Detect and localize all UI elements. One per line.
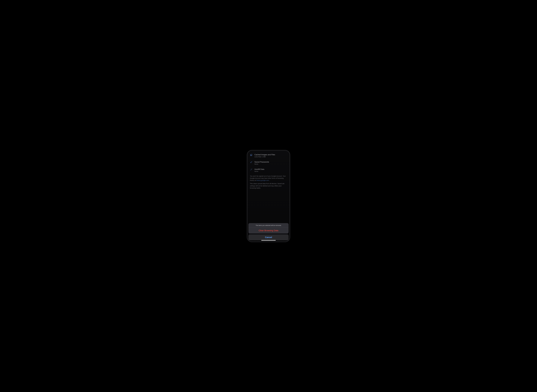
phone-screen: Cached Images and Files Less than 1 MB S… — [247, 151, 290, 241]
cancel-button[interactable]: Cancel — [248, 234, 289, 240]
clear-browsing-data-button[interactable]: Clear Browsing Data — [248, 228, 289, 233]
action-sheet: The items you selected will be removed. … — [247, 151, 290, 241]
action-sheet-group: The items you selected will be removed. … — [248, 223, 289, 233]
home-indicator[interactable] — [261, 240, 276, 241]
action-sheet-cancel-group: Cancel — [248, 234, 289, 240]
action-sheet-message: The items you selected will be removed. — [248, 223, 289, 228]
